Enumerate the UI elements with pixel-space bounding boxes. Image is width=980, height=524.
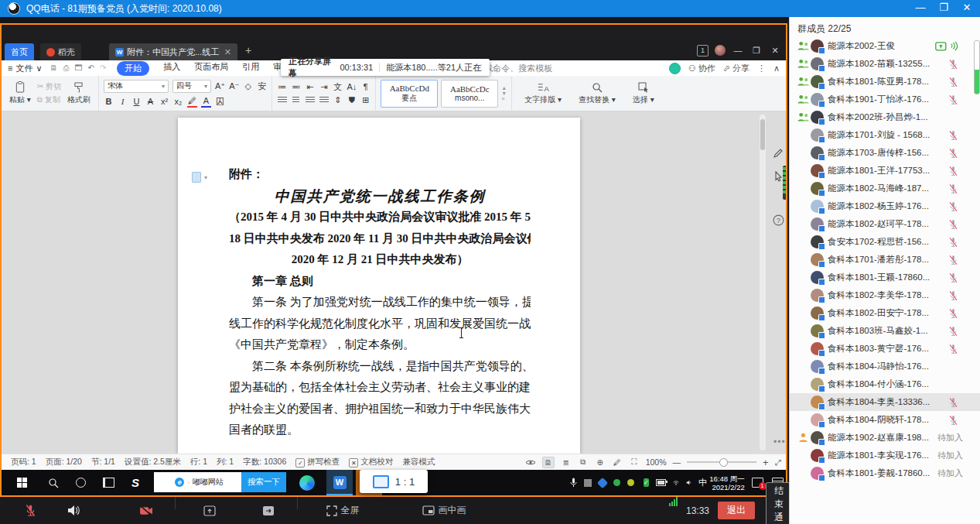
zoom-slider[interactable]	[687, 461, 756, 463]
page-view-icon[interactable]: 🗎	[542, 457, 555, 468]
member-row[interactable]: 食科本2002班-孙昌烨-1...	[790, 108, 980, 126]
font-size-select[interactable]: 四号▾	[172, 80, 211, 93]
member-row[interactable]: 食科本1801-陈亚男-178...	[790, 73, 980, 91]
member-row[interactable]: 能源本1801-李实现-176... 待加入	[790, 447, 980, 464]
edit-view-icon[interactable]: 🖉	[612, 457, 623, 467]
justify-icon[interactable]	[319, 95, 329, 105]
account-avatar[interactable]	[715, 45, 726, 56]
doc-proof-toggle[interactable]: ✕文档校对	[349, 457, 393, 468]
maximize-button[interactable]: ❐	[932, 0, 955, 17]
scrollbar-thumb[interactable]	[760, 119, 765, 150]
menu-tab[interactable]: 引用	[242, 61, 259, 76]
new-tab-button[interactable]: +	[245, 44, 251, 57]
share-scale-indicator[interactable]: 1 : 1	[360, 470, 428, 493]
text-layout-button[interactable]: A 文字排版 ▾	[521, 82, 565, 105]
fullscreen-button[interactable]: 全屏	[316, 497, 370, 524]
collab-button[interactable]: ⚇ 协作	[688, 63, 715, 74]
document-page[interactable]: 附件：中国共产党统一战线工作条例（2015 年 4 月 30 日中共中央政治局会…	[178, 118, 580, 454]
member-list-scrollbar[interactable]	[974, 40, 980, 94]
style-gallery-spinner[interactable]: ▲▼≡	[501, 85, 507, 101]
member-row[interactable]: 食科本1804-阴晓轩-178...	[790, 411, 980, 429]
window-count-badge[interactable]: 1	[697, 45, 709, 57]
tab-document[interactable]: W 附件：中国共产党...线工作条例(1) ✕	[109, 43, 237, 60]
menu-tab[interactable]: 页面布局	[194, 61, 228, 76]
member-row[interactable]: 食科本1701-潘若彤-178...	[790, 251, 980, 269]
hidden-tray-icons[interactable]	[565, 470, 639, 495]
member-row[interactable]: 能源本2002-王俊	[790, 37, 980, 55]
ime-indicator[interactable]: 中	[698, 477, 707, 488]
minimize-button[interactable]: —	[909, 0, 932, 17]
assistant-icon[interactable]	[669, 63, 681, 74]
sort-icon[interactable]: A↓	[347, 82, 357, 92]
member-row[interactable]: 能源本1802-杨玉婷-176...	[790, 197, 980, 215]
end-call-button[interactable]: 结束通话	[766, 497, 792, 524]
member-row[interactable]: 食科本1804-付小涵-176...	[790, 375, 980, 393]
camera-off-button[interactable]	[133, 497, 159, 524]
font-name-select[interactable]: 宋体▾	[104, 80, 169, 93]
bullet-list-icon[interactable]: ≔	[277, 82, 287, 92]
undo-icon[interactable]: ↶	[87, 63, 94, 73]
close-button[interactable]: ✕	[955, 0, 978, 17]
copy-button[interactable]: ⧉ 复制	[37, 94, 61, 105]
member-row[interactable]: 能源本1802-苗颖-13255...	[790, 55, 980, 73]
para-mark-icon[interactable]: ¶	[360, 82, 370, 92]
speaker-button[interactable]	[62, 497, 85, 524]
spell-check-toggle[interactable]: ✓拼写检查	[295, 457, 340, 468]
outdent-icon[interactable]: ⇤	[305, 82, 315, 92]
cortana-icon[interactable]	[70, 470, 91, 495]
redo-icon[interactable]: ↷	[100, 63, 106, 73]
member-row[interactable]: 能源本1701-刘旋 - 1568...	[790, 126, 980, 144]
more-menu-icon[interactable]: ⋮	[757, 63, 766, 74]
decrease-font-icon[interactable]: A⁻	[229, 81, 239, 91]
numbered-list-icon[interactable]: ≕	[291, 82, 301, 92]
help-icon[interactable]: ?	[772, 214, 784, 226]
format-painter-button[interactable]: 格式刷	[64, 82, 94, 105]
cut-button[interactable]: ✂ 剪切	[37, 81, 61, 92]
find-replace-button[interactable]: 查找替换 ▾	[575, 82, 619, 105]
zoom-level[interactable]: 100%	[646, 457, 667, 467]
member-row[interactable]: 食科本1802-田安宁-178...	[790, 304, 980, 322]
italic-button[interactable]: I	[118, 97, 128, 107]
wps-minimize-button[interactable]: —	[732, 46, 744, 55]
member-row[interactable]: 食科本1804-李奥-13336...	[790, 393, 980, 411]
share-button[interactable]: ⬀ 分享	[723, 63, 750, 74]
clear-format-icon[interactable]: ◇	[243, 81, 253, 91]
more-tools-icon[interactable]: •••	[773, 437, 786, 447]
zoom-slider-knob[interactable]	[719, 458, 728, 467]
document-canvas[interactable]: 附件：中国共产党统一战线工作条例（2015 年 4 月 30 日中共中央政治局会…	[2, 111, 786, 454]
book-view-icon[interactable]: ⧉	[578, 457, 589, 467]
member-row[interactable]: 能源本1802-赵珂平-178...	[790, 215, 980, 233]
member-row[interactable]: 食安本1702-程思哲-156...	[790, 233, 980, 251]
search-go-button[interactable]: 搜索一下	[241, 472, 286, 492]
select-button[interactable]: 选择 ▾	[630, 82, 657, 105]
web-view-icon[interactable]: ⊕	[595, 457, 606, 467]
pen-icon[interactable]	[772, 147, 784, 159]
line-spacing-icon[interactable]: ⇕	[333, 95, 343, 105]
menu-tab[interactable]: 开始	[117, 61, 149, 76]
file-menu[interactable]: ≡ 文件 ∨	[8, 63, 42, 74]
member-row[interactable]: 能源本1801-王洋-17753...	[790, 162, 980, 180]
notification-icon[interactable]: 1	[747, 470, 767, 495]
paste-button[interactable]: 粘贴 ▾	[6, 81, 34, 105]
zoom-in-button[interactable]: +	[763, 457, 769, 468]
char-border-button[interactable]: 囚	[215, 97, 225, 107]
style-preset-2[interactable]: AaBbCcDc msono...	[441, 80, 498, 108]
member-row[interactable]: 食科本1802-李美华-178...	[790, 286, 980, 304]
align-right-icon[interactable]	[305, 95, 315, 105]
save-icon[interactable]: 🗎	[50, 63, 57, 73]
strikethrough-button[interactable]: A	[145, 97, 155, 107]
shading-icon[interactable]: ⛊	[347, 95, 357, 105]
outline-view-icon[interactable]: ≣	[561, 457, 572, 467]
system-tray[interactable]: ✓ 中	[644, 470, 707, 495]
eye-protect-icon[interactable]	[525, 457, 536, 467]
align-center-icon[interactable]	[291, 95, 301, 105]
underline-button[interactable]: U	[131, 97, 142, 107]
member-row[interactable]: 能源本1802-马海峰-187...	[790, 180, 980, 197]
member-row[interactable]: 食科本1801-王颖-17860...	[790, 269, 980, 286]
highlight-color-button[interactable]: 🖉	[187, 96, 197, 108]
menu-tab[interactable]: 插入	[163, 61, 180, 76]
asian-layout-icon[interactable]: 文	[333, 82, 343, 92]
wps-close-button[interactable]: ✕	[769, 46, 781, 56]
edge-icon[interactable]	[294, 470, 320, 495]
bold-button[interactable]: B	[104, 97, 114, 107]
